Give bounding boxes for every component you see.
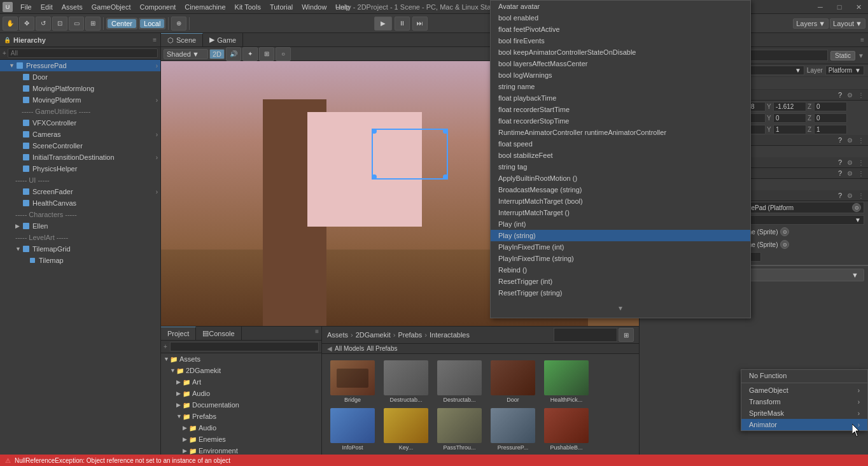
project-add-icon[interactable]: + [164, 343, 167, 350]
handle-bl[interactable] [372, 174, 377, 180]
menu-item-help[interactable]: Help [332, 2, 354, 12]
dropdown-item-resettriggerint[interactable]: ResetTrigger (int) [491, 276, 750, 287]
dropdown-item-recorderstop[interactable]: float recorderStopTime [491, 115, 750, 127]
hierarchy-item-vfx[interactable]: VFXController [0, 117, 160, 129]
renderer2d-menu-icon[interactable]: ⋮ [858, 159, 864, 166]
hierarchy-menu-icon[interactable]: ≡ [153, 36, 157, 43]
dropdown-item-layers[interactable]: bool layersAffectMassCenter [491, 58, 750, 69]
hierarchy-item-itd[interactable]: InitialTransitionDestination › [0, 152, 160, 163]
project-item-art[interactable]: ▶ 📁 Art [161, 376, 321, 388]
right-menu-transform[interactable]: Transform › [741, 396, 867, 407]
menu-item-assets[interactable]: Assets [58, 2, 87, 12]
tab-project[interactable]: Project [161, 327, 196, 340]
dropdown-item-playfixedstr[interactable]: PlayInFixedTime (string) [491, 253, 750, 264]
dropdown-item-speed[interactable]: float speed [491, 138, 750, 150]
sprite2-pick-btn[interactable]: ⊙ [780, 240, 789, 249]
rotate-tool-button[interactable]: ↺ [36, 17, 51, 31]
gizmos-toggle-button[interactable]: ○ [276, 47, 291, 61]
path-interactables[interactable]: Interactables [430, 331, 470, 339]
asset-bridge[interactable]: Bridge [327, 359, 378, 404]
asset-destructable1[interactable]: Destructab... [381, 359, 431, 404]
hierarchy-item-door[interactable]: Door [0, 71, 160, 83]
asset-pushable[interactable]: PushableB... [541, 407, 592, 452]
hierarchy-item-ellen[interactable]: ▶ Ellen [0, 220, 160, 232]
asset-key[interactable]: Key... [381, 407, 431, 452]
hierarchy-item-pressurepad[interactable]: ▼ PressurePad › [0, 60, 160, 71]
inspector-menu-icon[interactable]: ≡ [860, 36, 864, 43]
asset-grid-toggle[interactable]: ⊞ [619, 328, 634, 342]
dropdown-item-interrupt[interactable]: InterruptMatchTarget () [491, 207, 750, 218]
grid-toggle-button[interactable]: ⊞ [259, 47, 274, 61]
project-search-input[interactable] [170, 342, 319, 351]
menu-item-tutorial[interactable]: Tutorial [266, 2, 297, 12]
menu-item-cinemachine[interactable]: Cinemachine [181, 2, 229, 12]
dropdown-item-playint[interactable]: Play (int) [491, 218, 750, 230]
dropdown-item-playback[interactable]: float playbackTime [491, 92, 750, 104]
renderer2d-settings-icon[interactable]: ⚙ [847, 159, 853, 166]
project-item-assets[interactable]: ▼ 📁 Assets [161, 353, 321, 365]
dropdown-item-recorderstart[interactable]: float recorderStartTime [491, 104, 750, 115]
dropdown-item-playfixedint[interactable]: PlayInFixedTime (int) [491, 241, 750, 253]
transform-menu-icon[interactable]: ⋮ [858, 92, 864, 99]
catcher-menu-icon[interactable]: ⋮ [858, 170, 864, 177]
project-panel-menu[interactable]: ≡ [312, 327, 321, 340]
pause-button[interactable]: ⏸ [395, 17, 410, 31]
hand-tool-button[interactable]: ✋ [3, 17, 18, 31]
function-dropdown[interactable]: Avatar avatar bool enabled float feetPiv… [490, 0, 751, 318]
handle-br[interactable] [443, 174, 448, 180]
rot-y-input[interactable] [773, 113, 806, 123]
catcher-settings-icon[interactable]: ⚙ [847, 170, 853, 177]
path-2dgamekit[interactable]: 2DGamekit [356, 331, 391, 339]
right-menu-spritemask[interactable]: SpriteMask › [741, 407, 867, 419]
dropdown-item-fireevents[interactable]: bool fireEvents [491, 35, 750, 46]
dropdown-item-runtimeanim[interactable]: RuntimeAnimatorController runtimeAnimato… [491, 127, 750, 138]
dropdown-item-enabled[interactable]: bool enabled [491, 12, 750, 24]
transform-question-icon[interactable]: ? [838, 91, 842, 99]
scale-z-input[interactable] [814, 125, 847, 134]
path-prefabs[interactable]: Prefabs [398, 331, 422, 339]
dropdown-item-resettriggerstr[interactable]: ResetTrigger (string) [491, 287, 750, 299]
hierarchy-item-physics[interactable]: PhysicsHelper [0, 163, 160, 174]
menu-item-component[interactable]: Component [136, 2, 179, 12]
dropdown-item-applyroot[interactable]: ApplyBuiltinRootMotion () [491, 173, 750, 184]
hierarchy-item-cameras[interactable]: Cameras › [0, 129, 160, 140]
local-button[interactable]: Local [140, 19, 164, 28]
hierarchy-search-input[interactable] [8, 48, 158, 58]
pressure-pad-ref-pick-btn[interactable]: ⊙ [852, 203, 861, 212]
dropdown-item-feetpivot[interactable]: float feetPivotActive [491, 24, 750, 35]
hierarchy-item-tilemapgrid[interactable]: ▼ TilemapGrid [0, 243, 160, 255]
fx-toggle-button[interactable]: ✦ [242, 47, 258, 61]
asset-destructable2[interactable]: Destructab... [434, 359, 485, 404]
all-models-link[interactable]: All Models [335, 345, 364, 352]
right-menu-animator[interactable]: Animator › [741, 419, 867, 430]
hierarchy-item-movingplatformlong[interactable]: MovingPlatformlong [0, 83, 160, 94]
dropdown-item-avatar[interactable]: Avatar avatar [491, 1, 750, 12]
project-item-enemies[interactable]: ▶ 📁 Enemies [161, 434, 321, 445]
transform-tool-button[interactable]: ⊞ [85, 17, 101, 31]
dropdown-item-logwarn[interactable]: bool logWarnings [491, 69, 750, 81]
static-dropdown-arrow[interactable]: ▼ [858, 52, 864, 59]
dropdown-item-strname[interactable]: string name [491, 81, 750, 92]
pad-settings-icon[interactable]: ⚙ [847, 192, 853, 199]
mode-2d-button[interactable]: 2D [209, 49, 225, 59]
scale-tool-button[interactable]: ⊡ [52, 17, 67, 31]
maximize-button[interactable]: □ [830, 0, 849, 14]
rect-tool-button[interactable]: ▭ [69, 17, 84, 31]
pad-menu-icon[interactable]: ⋮ [858, 192, 864, 199]
all-prefabs-link[interactable]: All Prefabs [367, 345, 397, 352]
project-item-prefabs[interactable]: ▼ 📁 Prefabs [161, 411, 321, 422]
extra-btn[interactable]: ⊕ [171, 17, 186, 31]
right-menu-no-function[interactable]: No Function [741, 370, 867, 381]
rot-z-input[interactable] [814, 113, 847, 123]
asset-passthrough[interactable]: PassThrou... [434, 407, 485, 452]
dropdown-item-broadcastmsg[interactable]: BroadcastMessage (string) [491, 184, 750, 195]
renderer-question-icon[interactable]: ? [838, 136, 842, 144]
asset-infopost[interactable]: InfoPost [327, 407, 378, 452]
tab-game[interactable]: ▶ Game [203, 33, 243, 46]
asset-door[interactable]: Door [487, 359, 538, 404]
tab-scene[interactable]: ⬡ Scene [161, 33, 203, 46]
menu-item-window[interactable]: Window [298, 2, 330, 12]
layout-dropdown[interactable]: Layout ▼ [830, 18, 865, 29]
project-item-audio2[interactable]: ▶ 📁 Audio [161, 422, 321, 434]
asset-filter-arrow[interactable]: ◀ [327, 345, 332, 352]
